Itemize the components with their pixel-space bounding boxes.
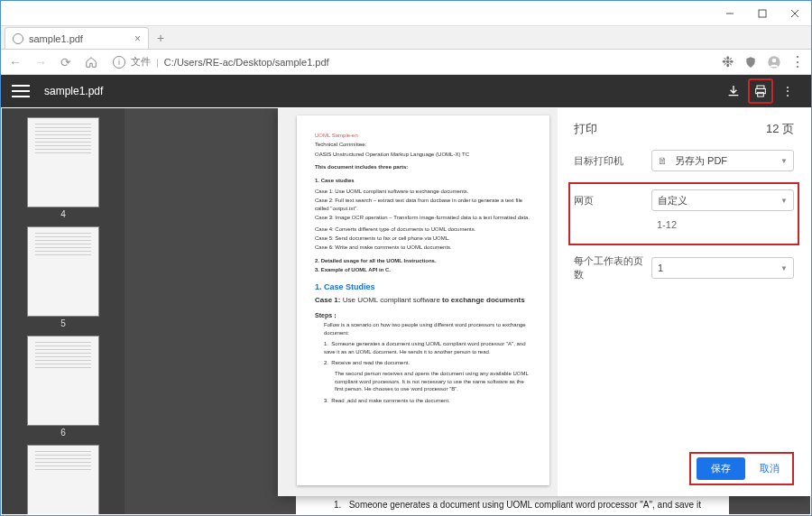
pages-per-sheet-label: 每个工作表的页数 — [574, 254, 644, 281]
chevron-down-icon: ▼ — [780, 157, 788, 165]
svg-point-5 — [772, 58, 777, 62]
page-range-input[interactable] — [651, 215, 794, 235]
home-button[interactable] — [82, 53, 100, 71]
thumbnail[interactable] — [27, 445, 99, 514]
print-preview-pane: UOML Sample-en Technical Committee: OASI… — [278, 108, 558, 496]
globe-icon — [13, 33, 23, 44]
thumbnail-label: 6 — [2, 428, 125, 438]
cancel-button[interactable]: 取消 — [752, 457, 787, 480]
preview-page: UOML Sample-en Technical Committee: OASI… — [297, 115, 549, 485]
print-dialog: UOML Sample-en Technical Committee: OASI… — [278, 108, 810, 496]
window-close-button[interactable] — [779, 1, 811, 26]
save-button[interactable]: 保存 — [697, 457, 745, 480]
browser-toolbar: ← → ⟳ i 文件 | C:/Users/RE-ac/Desktop/samp… — [1, 50, 811, 75]
thumbnail-sidebar[interactable]: 4 5 6 7 — [2, 108, 125, 514]
pdf-more-menu[interactable]: ⋮ — [775, 78, 800, 104]
thumbnail-label: 5 — [2, 318, 125, 328]
svg-rect-8 — [758, 92, 764, 97]
pdf-icon: 🗎 — [658, 155, 668, 166]
menu-icon[interactable] — [12, 85, 30, 97]
tab-title: sample1.pdf — [29, 33, 83, 44]
highlighted-pages-setting: 网页 自定义 ▼ — [568, 182, 799, 245]
new-tab-button[interactable]: + — [149, 27, 172, 49]
site-info-icon[interactable]: i — [113, 56, 125, 69]
window-minimize-button[interactable] — [714, 1, 746, 26]
doc-text: 1. Someone generates a document using UO… — [334, 498, 707, 514]
window-maximize-button[interactable] — [746, 1, 779, 26]
print-settings-pane: 打印 12 页 目标打印机 🗎另存为 PDF ▼ 网页 自定义 ▼ — [558, 108, 810, 496]
print-button[interactable] — [748, 78, 773, 104]
browser-tabstrip: sample1.pdf × + — [1, 26, 811, 50]
extension-shield-icon[interactable] — [743, 54, 759, 70]
pdf-toolbar: sample1.pdf ⋮ — [1, 75, 811, 107]
forward-button[interactable]: → — [32, 53, 50, 71]
pages-select[interactable]: 自定义 ▼ — [651, 189, 794, 211]
destination-select[interactable]: 🗎另存为 PDF ▼ — [651, 150, 794, 171]
thumbnail[interactable] — [27, 336, 99, 426]
browser-menu-button[interactable]: ⋮ — [789, 54, 806, 70]
back-button[interactable]: ← — [6, 53, 24, 71]
url-scheme-label: 文件 — [131, 55, 151, 69]
thumbnail[interactable] — [27, 117, 99, 207]
tab-close-icon[interactable]: × — [134, 32, 141, 45]
chevron-down-icon: ▼ — [780, 197, 788, 205]
browser-tab-active[interactable]: sample1.pdf × — [5, 27, 149, 49]
profile-icon[interactable] — [766, 54, 782, 70]
thumbnail[interactable] — [27, 226, 99, 317]
pages-label: 网页 — [574, 194, 644, 207]
reload-button[interactable]: ⟳ — [57, 53, 75, 71]
extension-icon[interactable]: ❉ — [719, 54, 735, 70]
window-titlebar — [1, 1, 811, 26]
url-path: C:/Users/RE-ac/Desktop/sample1.pdf — [164, 57, 329, 68]
pdf-filename: sample1.pdf — [44, 85, 103, 97]
download-button[interactable] — [721, 78, 746, 104]
thumbnail-label: 4 — [2, 209, 125, 219]
dialog-buttons: 保存 取消 — [689, 452, 794, 485]
pdf-main-area: 4 5 6 7 Case 1: Use UOML compliant softw… — [2, 108, 810, 514]
pages-per-sheet-select[interactable]: 1 ▼ — [651, 257, 794, 279]
print-title: 打印 — [574, 121, 597, 137]
chevron-down-icon: ▼ — [780, 264, 788, 272]
print-page-count: 12 页 — [766, 121, 794, 137]
svg-rect-1 — [759, 10, 766, 17]
destination-label: 目标打印机 — [574, 154, 644, 168]
extensions-area: ❉ ⋮ — [719, 54, 806, 70]
address-bar[interactable]: i 文件 | C:/Users/RE-ac/Desktop/sample1.pd… — [107, 53, 712, 70]
document-viewport[interactable]: Case 1: Use UOML compliant software to e… — [125, 108, 810, 514]
